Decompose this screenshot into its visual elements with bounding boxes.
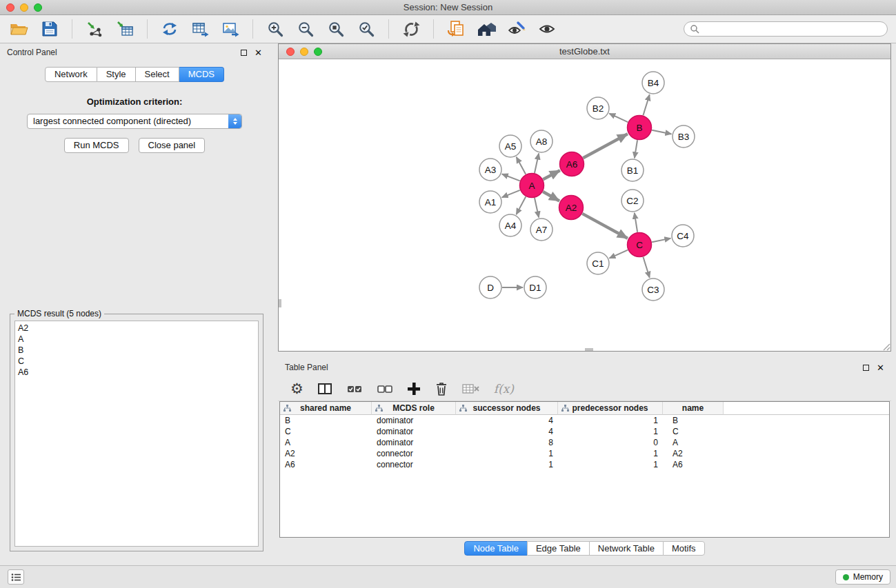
network-node-A6[interactable]: A6 [560,152,584,176]
result-item[interactable]: A6 [18,367,255,378]
network-edge-A-A3[interactable] [502,174,520,181]
tab-motifs[interactable]: Motifs [663,541,705,556]
tab-network[interactable]: Network [45,67,97,82]
export-table-icon[interactable] [189,19,211,39]
network-edge-A2-C[interactable] [582,214,628,239]
home-icon[interactable] [475,19,497,39]
network-node-A2[interactable]: A2 [559,196,584,220]
table-cell[interactable]: dominator [372,415,456,426]
eye-icon[interactable] [536,19,558,39]
table-cell[interactable]: 4 [456,415,558,426]
table-cell[interactable]: 0 [558,437,663,448]
select-all-icon[interactable] [346,380,363,398]
close-network-window-button[interactable] [286,48,295,56]
table-cell[interactable]: 1 [456,459,558,470]
network-edge-B-B2[interactable] [609,114,628,123]
result-item[interactable]: C [18,356,255,367]
network-node-A8[interactable]: A8 [530,130,552,152]
zoom-out-icon[interactable] [295,19,317,39]
network-edge-A-A1[interactable] [502,190,520,197]
result-item[interactable]: B [18,345,255,356]
tab-network-table[interactable]: Network Table [589,541,664,556]
network-edge-A6-B[interactable] [583,134,628,158]
function-builder-icon[interactable]: f(x) [494,382,514,396]
result-item[interactable]: A2 [18,323,255,334]
zoom-in-icon[interactable] [264,19,286,39]
network-node-A7[interactable]: A7 [530,219,552,241]
network-canvas[interactable]: B4B2BB3A8A5A6A3B1AC2A1A2A4A7C4CC1C3DD1 [279,59,890,351]
column-header-successor-nodes[interactable]: successor nodes [456,402,558,415]
minimize-window-button[interactable] [20,3,28,12]
tab-node-table[interactable]: Node Table [464,541,528,556]
network-edge-A-A7[interactable] [535,198,539,217]
memory-button[interactable]: Memory [835,569,890,585]
network-edge-A-A8[interactable] [535,154,539,173]
float-table-panel-icon[interactable] [863,365,869,371]
network-node-A5[interactable]: A5 [499,135,521,157]
column-header-mcds-role[interactable]: MCDS role [372,402,456,415]
network-node-D1[interactable]: D1 [524,276,546,298]
table-cell[interactable]: 1 [558,459,663,470]
table-cell[interactable]: 8 [456,437,558,448]
table-cell[interactable]: 1 [558,415,663,426]
table-cell[interactable]: C [663,426,724,437]
network-node-A1[interactable]: A1 [479,191,501,213]
network-edge-C-C4[interactable] [652,239,670,243]
network-edge-C-C1[interactable] [609,250,628,258]
network-edge-A-A5[interactable] [517,157,526,174]
table-cell[interactable]: B [663,415,724,426]
network-node-C2[interactable]: C2 [621,190,644,212]
import-network-icon[interactable] [83,19,106,39]
optimization-criterion-dropdown[interactable]: largest connected component (directed) [27,114,242,129]
show-hide-columns-icon[interactable] [317,380,332,398]
zoom-network-window-button[interactable] [314,48,322,56]
save-session-icon[interactable] [39,19,61,39]
table-cell[interactable]: B [280,415,372,426]
table-cell[interactable]: dominator [372,426,456,437]
table-cell[interactable]: connector [372,459,456,470]
network-node-B4[interactable]: B4 [642,72,664,94]
table-cell[interactable]: A6 [280,459,372,470]
float-panel-icon[interactable] [241,50,247,56]
network-node-A4[interactable]: A4 [499,214,521,236]
vertical-scroll-indicator[interactable] [279,299,281,307]
export-image-icon[interactable] [219,19,241,39]
open-file-icon[interactable] [8,19,30,39]
minimize-network-window-button[interactable] [300,48,308,56]
delete-column-icon[interactable] [435,380,448,398]
network-edge-A-A6[interactable] [543,170,559,179]
run-mcds-button[interactable]: Run MCDS [64,138,129,153]
table-cell[interactable]: dominator [372,437,456,448]
network-node-A3[interactable]: A3 [479,159,501,181]
network-edge-C-C3[interactable] [643,257,649,278]
table-options-icon[interactable]: ⚙ [290,380,303,398]
tab-style[interactable]: Style [97,67,136,82]
table-cell[interactable]: A2 [280,448,372,459]
recent-documents-icon[interactable] [445,19,467,39]
network-edge-B-B3[interactable] [652,130,671,134]
network-edge-C-C2[interactable] [635,213,637,232]
column-header-predecessor-nodes[interactable]: predecessor nodes [558,402,663,415]
table-cell[interactable]: 1 [558,448,663,459]
table-cell[interactable]: connector [372,448,456,459]
network-node-C[interactable]: C [628,233,652,257]
network-node-D[interactable]: D [479,276,501,298]
horizontal-scroll-indicator[interactable] [585,348,593,351]
network-edge-B-B1[interactable] [635,140,637,158]
network-node-B2[interactable]: B2 [587,97,609,119]
column-header-name[interactable]: name [663,402,724,415]
new-column-icon[interactable] [407,380,421,398]
network-edge-A-A4[interactable] [516,196,526,214]
close-table-panel-icon[interactable]: ✕ [877,365,884,371]
deselect-all-icon[interactable] [377,380,393,398]
network-edge-A-A2[interactable] [543,192,559,201]
network-edge-B-B4[interactable] [643,94,649,115]
table-cell[interactable]: 4 [456,426,558,437]
tab-mcds[interactable]: MCDS [179,67,224,82]
network-node-A[interactable]: A [520,174,544,198]
tab-edge-table[interactable]: Edge Table [527,541,590,556]
search-input[interactable] [703,24,882,34]
network-node-C3[interactable]: C3 [642,278,664,301]
import-table-icon[interactable] [114,19,136,39]
table-cell[interactable]: 1 [456,448,558,459]
